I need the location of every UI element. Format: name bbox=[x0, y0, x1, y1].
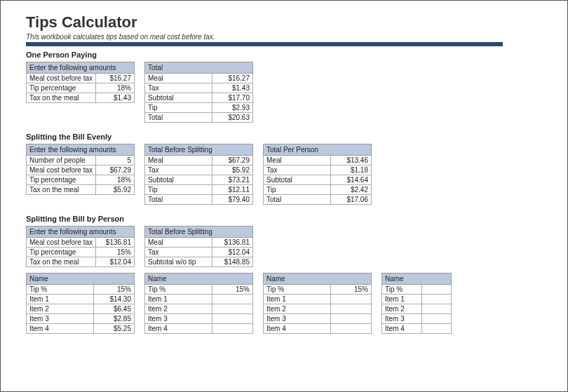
cell-label: Tip percentage bbox=[27, 248, 96, 257]
cell-label: Meal cost before tax bbox=[27, 165, 96, 175]
table-row: Item 4 bbox=[264, 324, 372, 334]
cell-value[interactable]: $16.27 bbox=[96, 74, 135, 83]
cell-value[interactable] bbox=[330, 304, 371, 314]
table-row: Item 1 bbox=[145, 295, 253, 304]
table-row: Tip$2.93 bbox=[145, 103, 253, 113]
cell-label: Meal bbox=[145, 238, 212, 248]
section-title-byperson: Splitting the Bill by Person bbox=[26, 212, 548, 226]
person-table: Name Tip %15% Item 1 Item 2 Item 3 Item … bbox=[144, 273, 253, 334]
cell-value: $1.18 bbox=[330, 165, 371, 175]
cell-value[interactable]: 15% bbox=[93, 285, 134, 295]
table-header[interactable]: Name bbox=[27, 273, 135, 285]
cell-value[interactable]: 15% bbox=[212, 285, 252, 295]
cell-label: Subtotal bbox=[264, 175, 331, 185]
cell-value[interactable] bbox=[330, 314, 371, 324]
cell-label: Tip % bbox=[264, 285, 331, 295]
cell-value[interactable]: 15% bbox=[330, 285, 371, 295]
cell-value[interactable] bbox=[212, 314, 252, 324]
table-header: Total Before Splitting bbox=[145, 144, 253, 156]
table-row: Item 2$6.45 bbox=[27, 304, 135, 314]
cell-label: Number of people bbox=[27, 156, 96, 165]
table-row: Tip %15% bbox=[145, 285, 253, 295]
cell-value[interactable] bbox=[212, 295, 252, 304]
cell-label: Item 2 bbox=[27, 304, 94, 314]
table-header: Enter the following amounts bbox=[27, 144, 135, 156]
cell-value[interactable]: 18% bbox=[96, 175, 135, 185]
table-row: Tip %15% bbox=[264, 285, 372, 295]
cell-value[interactable] bbox=[212, 324, 252, 334]
cell-value: $148.85 bbox=[212, 257, 252, 267]
table-header: Enter the following amounts bbox=[27, 62, 135, 74]
cell-value[interactable]: $136.81 bbox=[96, 238, 135, 248]
cell-value[interactable]: $12.04 bbox=[96, 257, 135, 267]
table-row: Tax on the meal$12.04 bbox=[27, 257, 135, 267]
table-row: Item 4$5.25 bbox=[27, 324, 135, 334]
cell-value[interactable] bbox=[422, 295, 452, 304]
cell-label: Meal bbox=[145, 74, 212, 83]
cell-value[interactable]: 5 bbox=[96, 156, 135, 165]
cell-label: Tax on the meal bbox=[27, 185, 96, 195]
one-inputs-table: Enter the following amounts Meal cost be… bbox=[26, 62, 135, 103]
cell-value[interactable]: $14.30 bbox=[93, 295, 134, 304]
cell-value[interactable] bbox=[422, 314, 452, 324]
cell-value[interactable]: $67.29 bbox=[96, 165, 135, 175]
cell-label: Tip % bbox=[382, 285, 422, 295]
table-row: Tip$12.11 bbox=[145, 185, 253, 195]
cell-value[interactable]: $5.25 bbox=[93, 324, 134, 334]
cell-value: $12.04 bbox=[212, 248, 252, 257]
table-row: Meal cost before tax$136.81 bbox=[27, 238, 135, 248]
table-row: Meal$136.81 bbox=[145, 238, 253, 248]
cell-value: $13.46 bbox=[330, 156, 371, 165]
cell-label: Tax bbox=[145, 165, 212, 175]
cell-value[interactable] bbox=[422, 285, 452, 295]
table-row: Tip % bbox=[382, 285, 452, 295]
table-row: Subtotal$17.70 bbox=[145, 93, 253, 103]
cell-label: Total bbox=[145, 195, 212, 205]
cell-value[interactable] bbox=[212, 304, 252, 314]
table-row: Number of people5 bbox=[27, 156, 135, 165]
cell-value[interactable]: $1.43 bbox=[96, 93, 135, 103]
cell-label: Item 1 bbox=[27, 295, 94, 304]
cell-value[interactable]: $5.92 bbox=[96, 185, 135, 195]
table-row: Item 2 bbox=[264, 304, 372, 314]
cell-value[interactable]: $6.45 bbox=[93, 304, 134, 314]
cell-label: Tax on the meal bbox=[27, 93, 96, 103]
table-row: Tax$1.18 bbox=[264, 165, 372, 175]
cell-value: $5.92 bbox=[212, 165, 252, 175]
cell-value: $14.64 bbox=[330, 175, 371, 185]
table-row: Item 3 bbox=[264, 314, 372, 324]
table-header[interactable]: Name bbox=[145, 273, 253, 285]
cell-label: Subtotal bbox=[145, 175, 212, 185]
table-row: Item 3$2.85 bbox=[27, 314, 135, 324]
cell-label: Tip % bbox=[27, 285, 94, 295]
cell-value: $17.70 bbox=[212, 93, 252, 103]
cell-value[interactable] bbox=[422, 304, 452, 314]
cell-value[interactable] bbox=[330, 324, 371, 334]
table-row: Tip percentage18% bbox=[27, 175, 135, 185]
cell-value[interactable]: 18% bbox=[96, 83, 135, 93]
table-header[interactable]: Name bbox=[264, 273, 372, 285]
person-table: Name Tip %15% Item 1$14.30 Item 2$6.45 I… bbox=[26, 273, 135, 334]
table-row: Meal$67.29 bbox=[145, 156, 253, 165]
table-row: Item 2 bbox=[382, 304, 452, 314]
cell-label: Tip bbox=[264, 185, 331, 195]
cell-label: Item 1 bbox=[145, 295, 212, 304]
table-row: Tip percentage15% bbox=[27, 248, 135, 257]
cell-value[interactable] bbox=[330, 295, 371, 304]
cell-label: Meal bbox=[145, 156, 212, 165]
table-row: Item 3 bbox=[145, 314, 253, 324]
table-row: Item 4 bbox=[382, 324, 452, 334]
cell-label: Meal cost before tax bbox=[27, 74, 96, 83]
table-row: Tax$5.92 bbox=[145, 165, 253, 175]
cell-value: $16.27 bbox=[212, 74, 252, 83]
page-subtitle: This workbook calculates tips based on m… bbox=[26, 33, 548, 41]
cell-label: Item 2 bbox=[264, 304, 331, 314]
table-row: Item 1$14.30 bbox=[27, 295, 135, 304]
table-header[interactable]: Name bbox=[382, 273, 452, 285]
cell-value: $2.93 bbox=[212, 103, 252, 113]
cell-value: $17.06 bbox=[330, 195, 371, 205]
cell-value[interactable]: $2.85 bbox=[93, 314, 134, 324]
table-header: Total bbox=[145, 62, 253, 74]
cell-value[interactable] bbox=[422, 324, 452, 334]
cell-value[interactable]: 15% bbox=[96, 248, 135, 257]
